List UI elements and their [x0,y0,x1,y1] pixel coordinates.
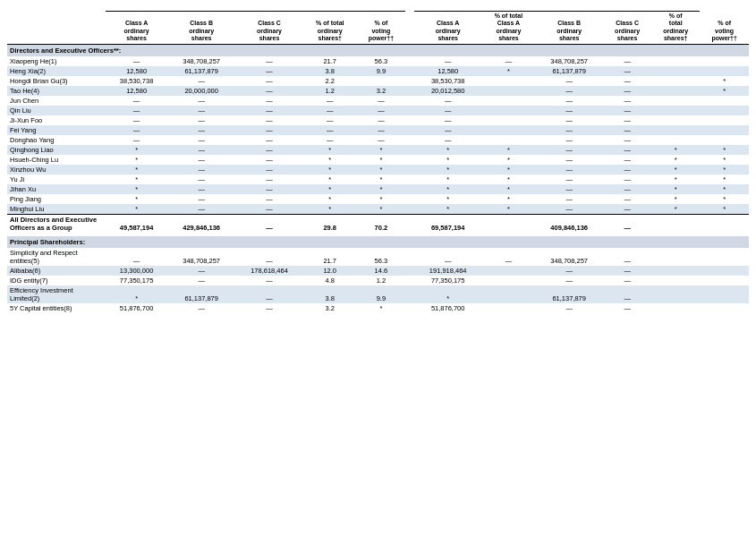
row-cell-10: * [700,76,749,86]
row-cell-1: — [167,145,235,155]
row-cell-1: — [167,266,235,276]
row-cell-1: — [167,155,235,165]
row-cell-3: * [303,174,357,184]
row-cell-8: — [603,106,651,115]
row-cell-3: 3.2 [303,303,357,313]
row-cell-6: — [482,248,536,266]
row-cell-1: — [167,194,235,204]
group-total-row: All Directors and Executive Officers as … [7,214,749,233]
spacer-cell [405,248,414,266]
row-cell-9 [651,276,700,285]
row-cell-6: * [482,145,536,155]
row-cell-4: * [357,165,406,174]
row-name: Efficiency Investment Limited(2) [7,285,106,303]
spacer-cell [405,66,414,76]
row-cell-0: 13,300,000 [106,266,167,276]
row-cell-8: — [603,194,651,204]
row-cell-1: 348,708,257 [167,248,235,266]
row-cell-8: — [603,276,651,285]
row-name: Xinzhou Wu [7,165,106,174]
row-cell-2: — [235,106,303,115]
row-cell-1: 61,137,879 [167,66,235,76]
row-cell-9: * [651,165,700,174]
row-cell-8: — [603,266,651,276]
row-cell-10: * [700,165,749,174]
row-cell-1: — [167,174,235,184]
row-cell-3: 21.7 [303,56,357,66]
row-name: Hsueh-Ching Lu [7,155,106,165]
row-cell-7: — [535,125,603,135]
row-cell-0: * [106,155,167,165]
group-total-cell-10 [700,214,749,233]
row-cell-3: * [303,155,357,165]
row-cell-5: — [414,106,482,115]
row-cell-0: — [106,125,167,135]
group-total-cell-6 [482,214,536,233]
row-cell-5: 51,876,700 [414,303,482,313]
row-cell-7: — [535,184,603,194]
row-cell-2: 178,618,464 [235,266,303,276]
row-cell-0: 51,876,700 [106,303,167,313]
row-cell-5: * [414,145,482,155]
row-cell-7: — [535,145,603,155]
row-cell-4 [357,76,406,86]
row-cell-3: 3.8 [303,66,357,76]
row-cell-2: — [235,86,303,96]
row-cell-4: — [357,96,406,106]
row-cell-6: * [482,66,536,76]
row-cell-7: — [535,76,603,86]
spacer-cell [405,214,414,233]
col-class-b-before: Class Bordinaryshares [167,12,235,45]
row-name: Ji-Xun Foo [7,115,106,125]
row-name: Simplicity and Respect entities(5) [7,248,106,266]
row-cell-0: 77,350,175 [106,276,167,285]
col-class-a-before: Class Aordinaryshares [106,12,167,45]
row-cell-2: — [235,66,303,76]
row-cell-9: * [651,174,700,184]
row-cell-10 [700,135,749,145]
row-cell-5: * [414,285,482,303]
row-cell-6: * [482,174,536,184]
row-cell-9: * [651,194,700,204]
row-cell-8: — [603,184,651,194]
group-total-cell-8: — [603,214,651,233]
row-cell-8: — [603,204,651,215]
main-table: Class Aordinaryshares Class Bordinarysha… [7,9,749,313]
table-row: Fei Yang———————— [7,125,749,135]
spacer-cell [405,76,414,86]
group-total-cell-3: 29.8 [303,214,357,233]
row-name: Jun Chen [7,96,106,106]
table-row: Qin Liu———————— [7,106,749,115]
row-cell-3: 4.8 [303,276,357,285]
row-cell-3: — [303,115,357,125]
spacer-cell [405,135,414,145]
row-cell-10 [700,106,749,115]
row-name: Jihan Xu [7,184,106,194]
row-cell-7: 348,708,257 [535,248,603,266]
spacer-cell [405,165,414,174]
col-pct-total-before: % of totalordinaryshares† [303,12,357,45]
row-cell-1: — [167,106,235,115]
row-cell-0: — [106,96,167,106]
row-cell-3: 1.2 [303,86,357,96]
row-cell-10 [700,96,749,106]
row-cell-5: * [414,174,482,184]
table-row: Ping Jiang*——****——** [7,194,749,204]
row-cell-2: — [235,248,303,266]
row-cell-1: — [167,303,235,313]
row-cell-7: — [535,303,603,313]
row-cell-8: — [603,56,651,66]
row-cell-6: * [482,155,536,165]
spacer-cell [405,86,414,96]
row-cell-7: — [535,276,603,285]
row-cell-7: — [535,174,603,184]
row-cell-8: — [603,135,651,145]
row-cell-3: — [303,96,357,106]
table-row: Minghui Liu*——****——** [7,204,749,215]
row-cell-10: * [700,184,749,194]
row-cell-5: * [414,204,482,215]
spacer-cell [405,145,414,155]
row-cell-1: 348,708,257 [167,56,235,66]
row-cell-4: * [357,155,406,165]
row-name: Xiaopeng He(1) [7,56,106,66]
